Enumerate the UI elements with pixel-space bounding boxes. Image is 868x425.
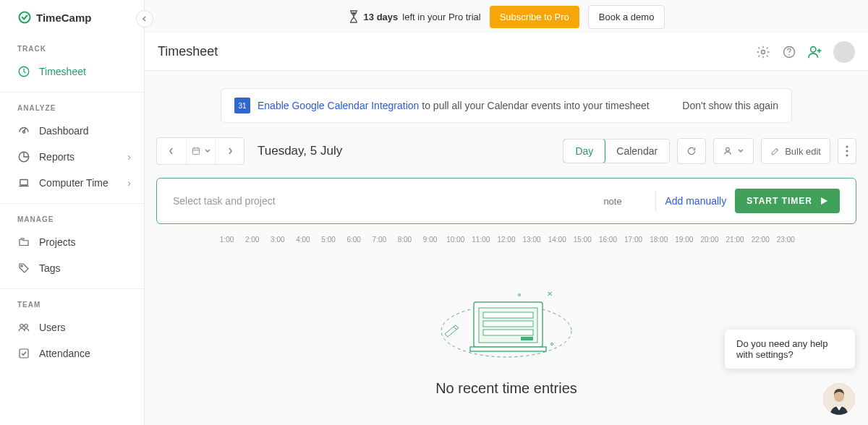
svg-rect-13: [192, 148, 199, 155]
add-manually-link[interactable]: Add manually: [665, 195, 726, 207]
nav-header-manage: MANAGE: [0, 215, 144, 229]
timeline-hour: 3:00: [265, 236, 290, 244]
bulk-edit-button[interactable]: Bulk edit: [761, 138, 830, 164]
empty-state-illustration: ✕: [434, 275, 579, 369]
refresh-button[interactable]: [677, 138, 706, 164]
svg-rect-22: [483, 312, 533, 318]
date-picker-button[interactable]: [186, 138, 215, 164]
timeline-hour: 18:00: [646, 236, 671, 244]
timeline-hour: 19:00: [671, 236, 697, 244]
person-avatar-icon: [823, 383, 855, 415]
dismiss-banner-button[interactable]: Don't show this again: [682, 100, 778, 111]
svg-point-27: [519, 294, 521, 296]
view-toggle: Day Calendar: [563, 139, 670, 163]
start-timer-button[interactable]: START TIMER: [735, 189, 840, 213]
timecamp-logo-icon: [17, 10, 32, 25]
view-calendar-tab[interactable]: Calendar: [605, 139, 669, 163]
subscribe-button[interactable]: Subscribe to Pro: [490, 6, 579, 28]
svg-text:✕: ✕: [547, 290, 553, 298]
user-plus-icon: [807, 45, 823, 59]
svg-point-11: [788, 53, 790, 55]
chevron-down-icon: [204, 147, 211, 155]
sidebar-label: Users: [39, 322, 66, 333]
laptop-icon: [17, 176, 30, 189]
chevron-right-icon: ›: [127, 177, 131, 189]
user-filter-button[interactable]: [713, 138, 754, 164]
sidebar-label: Dashboard: [39, 125, 89, 137]
sidebar-label: Timesheet: [39, 66, 86, 77]
chevron-left-icon: [141, 15, 148, 22]
user-avatar[interactable]: [833, 41, 855, 63]
svg-rect-20: [470, 347, 546, 351]
timeline-hour: 9:00: [417, 236, 443, 244]
sidebar-item-timesheet[interactable]: Timesheet: [0, 59, 144, 85]
timeline-hour: 15:00: [570, 236, 595, 244]
timeline-hour: 14:00: [545, 236, 570, 244]
timeline-ruler: 1:002:003:004:005:006:007:008:009:0010:0…: [156, 236, 856, 253]
page-title: Timesheet: [158, 44, 218, 59]
next-day-button[interactable]: [215, 138, 244, 164]
task-input[interactable]: [173, 195, 595, 207]
timeline-hour: 21:00: [723, 236, 748, 244]
enable-calendar-link[interactable]: Enable Google Calendar Integration: [258, 100, 419, 111]
current-date: Tuesday, 5 July: [258, 144, 342, 158]
trial-rest: left in your Pro trial: [402, 12, 480, 22]
sidebar-item-tags[interactable]: Tags: [0, 255, 144, 281]
timeline-hour: 17:00: [621, 236, 646, 244]
svg-point-9: [762, 50, 765, 53]
timeline-hour: 7:00: [367, 236, 392, 244]
help-button[interactable]: [781, 44, 797, 60]
sidebar-item-attendance[interactable]: Attendance: [0, 340, 144, 366]
help-chat-avatar[interactable]: [823, 383, 855, 415]
calendar-badge-icon: 31: [234, 98, 250, 113]
sidebar-item-projects[interactable]: Projects: [0, 229, 144, 255]
brand-logo: TimeCamp: [0, 0, 144, 35]
svg-point-14: [726, 147, 730, 151]
bulk-edit-label: Bulk edit: [785, 146, 821, 157]
calendar-icon: [191, 146, 201, 156]
sidebar-item-reports[interactable]: Reports ›: [0, 144, 144, 170]
folder-icon: [17, 236, 30, 249]
settings-button[interactable]: [755, 44, 771, 60]
nav-header-track: TRACK: [0, 45, 144, 59]
clock-icon: [17, 65, 30, 78]
timeline-hour: 1:00: [214, 236, 239, 244]
prev-day-button[interactable]: [157, 138, 186, 164]
help-chat-bubble[interactable]: Do you need any help with settings?: [725, 330, 855, 369]
trial-days: 13 days: [364, 12, 399, 22]
chevron-right-icon: [226, 147, 234, 155]
timeline-hour: 10:00: [443, 236, 468, 244]
tag-icon: [17, 262, 30, 275]
svg-point-12: [811, 46, 816, 51]
sidebar-item-computer-time[interactable]: Computer Time ›: [0, 170, 144, 196]
sidebar-item-users[interactable]: Users: [0, 314, 144, 340]
sidebar-label: Computer Time: [39, 177, 109, 189]
nav-header-analyze: ANALYZE: [0, 104, 144, 118]
timeline-hour: 13:00: [519, 236, 545, 244]
svg-rect-23: [483, 321, 533, 327]
invite-user-button[interactable]: [807, 44, 823, 60]
empty-state-title: No recent time entries: [156, 380, 856, 397]
users-icon: [17, 321, 30, 334]
sidebar-item-dashboard[interactable]: Dashboard: [0, 118, 144, 144]
refresh-icon: [686, 146, 697, 156]
timeline-hour: 22:00: [748, 236, 773, 244]
note-input[interactable]: [603, 196, 647, 207]
sidebar-label: Tags: [39, 262, 61, 274]
play-icon: [820, 197, 828, 205]
timeline-hour: 4:00: [290, 236, 315, 244]
chevron-left-icon: [168, 147, 175, 155]
trial-notice: 13 days left in your Pro trial: [348, 10, 481, 23]
banner-text: to pull all your Calendar events into yo…: [419, 100, 649, 111]
time-entry-row: Add manually START TIMER: [156, 178, 856, 224]
chevron-down-icon: [737, 147, 744, 155]
brand-name: TimeCamp: [36, 12, 91, 24]
view-day-tab[interactable]: Day: [563, 139, 605, 163]
timeline-hour: 12:00: [493, 236, 519, 244]
timeline-hour: 2:00: [239, 236, 265, 244]
more-button[interactable]: [838, 138, 856, 164]
book-demo-button[interactable]: Book a demo: [588, 5, 665, 29]
sidebar-label: Projects: [39, 236, 76, 248]
collapse-sidebar-button[interactable]: [136, 10, 153, 27]
chevron-right-icon: ›: [127, 151, 131, 163]
